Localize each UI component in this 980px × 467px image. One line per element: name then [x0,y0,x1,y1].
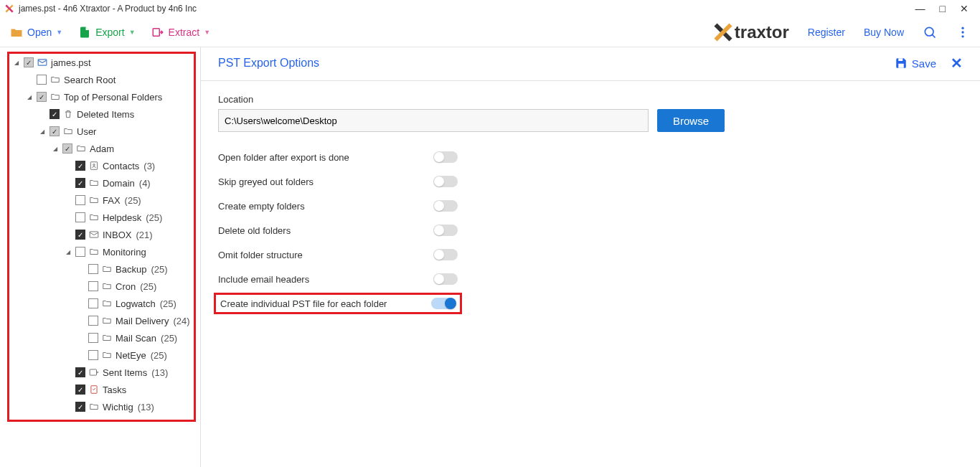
toggle-create-individual-pst[interactable] [431,298,456,309]
expander-icon[interactable]: ◢ [12,60,21,66]
checkbox[interactable] [75,247,85,257]
checkbox[interactable] [88,350,98,360]
minimize-button[interactable]: — [915,3,925,14]
location-input[interactable] [218,109,649,132]
folder-icon [88,247,100,257]
tree-item[interactable]: ✓Deleted Items [9,105,194,123]
save-button[interactable]: Save [895,57,936,70]
checkbox[interactable]: ✓ [75,402,85,412]
folder-icon [50,75,61,85]
tree-item-label: NetEye [116,350,146,361]
checkbox[interactable]: ✓ [75,178,85,188]
checkbox[interactable] [37,75,47,85]
tree-item-label: Backup [116,264,146,275]
checkbox[interactable]: ✓ [50,109,60,119]
extract-icon [151,26,164,39]
folder-icon [101,333,113,343]
highlighted-option-row: Create individual PST file for each fold… [214,293,462,314]
checkbox[interactable]: ✓ [24,57,34,67]
folder-icon [101,350,113,360]
checkbox[interactable] [75,212,85,222]
checkbox[interactable]: ✓ [75,385,85,395]
tree-item-count: (4) [139,178,151,189]
tree-item[interactable]: ✓Wichtig(13) [9,398,194,415]
tree-item[interactable]: Search Root [9,71,194,88]
buy-now-link[interactable]: Buy Now [864,27,904,38]
extract-label: Extract [169,27,200,38]
export-button[interactable]: Export ▼ [78,26,135,39]
tree-item[interactable]: Mail Scan(25) [9,329,194,346]
checkbox[interactable] [88,333,98,343]
option-label: Create individual PST file for each fold… [220,298,431,309]
checkbox[interactable] [75,195,85,205]
checkbox[interactable]: ✓ [75,367,85,377]
expander-icon[interactable]: ◢ [25,94,34,100]
option-label: Delete old folders [218,225,433,236]
extract-button[interactable]: Extract ▼ [151,26,211,39]
folder-icon [75,143,87,154]
checkbox[interactable]: ✓ [75,161,85,171]
checkbox[interactable] [88,298,98,308]
tree-item-label: User [77,126,96,137]
checkbox[interactable]: ✓ [75,230,85,240]
tree-item[interactable]: ✓Sent Items(13) [9,364,194,381]
option-row: Include email headers [218,267,963,291]
search-icon[interactable] [923,25,937,39]
option-toggle[interactable] [433,151,458,163]
save-icon [895,57,908,70]
register-link[interactable]: Register [808,27,845,38]
option-toggle[interactable] [433,200,458,212]
tree-item[interactable]: ✓Contacts(3) [9,157,194,174]
option-row: Skip greyed out folders [218,169,963,194]
checkbox[interactable]: ✓ [37,92,47,102]
option-label: Omit folder structure [218,250,433,260]
close-panel-button[interactable]: ✕ [951,55,963,72]
tree-item[interactable]: Cron(25) [9,278,194,295]
option-toggle[interactable] [433,249,458,260]
checkbox[interactable]: ✓ [62,143,72,154]
expander-icon[interactable]: ◢ [51,146,60,152]
tree-item[interactable]: Mail Delivery(24) [9,312,194,329]
inbox-icon [88,230,100,240]
tree-item[interactable]: ◢✓Adam [9,140,194,157]
tree-item[interactable]: ◢✓james.pst [9,54,194,71]
open-button[interactable]: Open ▼ [10,26,62,39]
checkbox[interactable]: ✓ [50,126,60,136]
tree-item-label: Deleted Items [77,109,134,120]
tree-item[interactable]: ✓INBOX(21) [9,226,194,243]
browse-button[interactable]: Browse [657,109,725,132]
option-toggle[interactable] [433,176,458,187]
tree-item-label: Cron [116,281,136,292]
tree-item[interactable]: Helpdesk(25) [9,209,194,226]
close-window-button[interactable]: ✕ [960,3,969,14]
tree-item[interactable]: FAX(25) [9,192,194,209]
tree-item[interactable]: NetEye(25) [9,346,194,364]
tree-item[interactable]: ◢Monitoring [9,243,194,260]
checkbox[interactable] [88,316,98,326]
tree-item[interactable]: Logwatch(25) [9,295,194,312]
app-logo-icon [4,4,14,14]
tree-item-label: Adam [90,143,114,154]
tree-item[interactable]: ✓Domain(4) [9,174,194,192]
more-icon[interactable] [956,25,970,39]
tree-item-count: (25) [151,350,167,361]
tree-item[interactable]: ◢✓Top of Personal Folders [9,88,194,105]
titlebar: james.pst - 4n6 Xtraxtor - A Product by … [0,0,980,17]
tree-item[interactable]: Backup(25) [9,260,194,278]
option-toggle[interactable] [433,225,458,236]
maximize-button[interactable]: □ [940,3,946,14]
expander-icon[interactable]: ◢ [64,249,72,255]
tree-item-label: Sent Items [103,367,147,378]
tree-item-label: Logwatch [116,298,156,309]
checkbox[interactable] [88,264,98,274]
option-label: Open folder after export is done [218,152,433,163]
option-row: Create empty folders [218,194,963,218]
expander-icon[interactable]: ◢ [38,128,47,135]
tree-item-count: (25) [160,298,176,309]
tree-item[interactable]: ✓Tasks [9,381,194,398]
checkbox[interactable] [88,281,98,291]
option-toggle[interactable] [433,273,458,285]
tree-item-label: Mail Delivery [116,316,169,326]
open-label: Open [27,27,52,38]
tree-item[interactable]: ◢✓User [9,123,194,140]
